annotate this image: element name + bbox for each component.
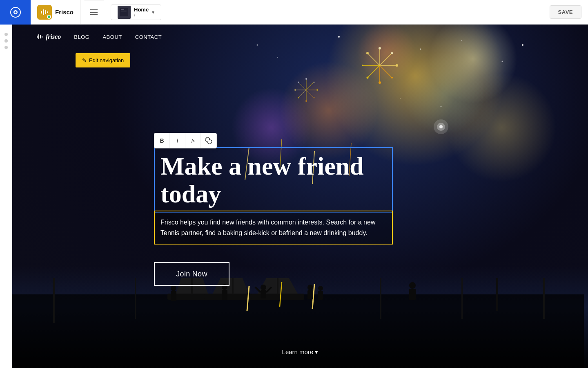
topbar: Frisco Home / ▾ SAVE xyxy=(0,0,588,25)
svg-point-44 xyxy=(294,89,296,91)
main-content: frisco BLOG ABOUT CONTACT ✎ Edit navigat… xyxy=(12,25,588,368)
join-now-button[interactable]: Join Now xyxy=(154,262,229,286)
menu-button[interactable] xyxy=(84,0,104,25)
svg-rect-8 xyxy=(90,12,98,13)
svg-point-28 xyxy=(362,65,363,66)
sidebar-indicator xyxy=(4,39,8,43)
svg-rect-7 xyxy=(90,9,98,10)
link-icon xyxy=(205,137,212,144)
svg-point-29 xyxy=(366,52,369,54)
svg-rect-99 xyxy=(38,34,39,39)
italic-clear-button[interactable]: Ix xyxy=(185,133,201,148)
page-info: Home / xyxy=(134,7,149,18)
logo-waveform-icon xyxy=(37,34,43,40)
brand-name: Frisco xyxy=(55,9,74,16)
svg-point-53 xyxy=(400,98,401,99)
italic-button[interactable]: I xyxy=(170,133,185,148)
page-selector[interactable]: Home / ▾ xyxy=(111,4,161,20)
link-button[interactable] xyxy=(201,133,216,148)
topbar-right: SAVE xyxy=(550,5,588,19)
text-formatting-toolbar: B I Ix xyxy=(154,133,217,148)
svg-point-54 xyxy=(441,106,442,107)
svg-point-57 xyxy=(439,125,443,128)
svg-point-55 xyxy=(434,119,448,134)
edit-icon: ✎ xyxy=(82,57,87,63)
svg-line-15 xyxy=(380,54,391,65)
svg-rect-6 xyxy=(47,11,48,13)
svg-point-42 xyxy=(305,100,307,102)
svg-rect-11 xyxy=(121,9,124,10)
svg-rect-5 xyxy=(45,10,46,14)
svg-line-35 xyxy=(299,90,306,97)
svg-point-39 xyxy=(314,82,315,83)
svg-point-26 xyxy=(379,81,381,84)
svg-rect-13 xyxy=(121,11,127,12)
svg-point-25 xyxy=(391,77,393,79)
svg-point-2 xyxy=(14,11,16,13)
left-sidebar xyxy=(0,25,12,368)
page-slash: / xyxy=(134,13,149,18)
bold-button[interactable]: B xyxy=(154,133,170,148)
svg-rect-100 xyxy=(40,35,41,38)
svg-line-37 xyxy=(299,83,306,90)
svg-rect-3 xyxy=(41,11,42,13)
svg-rect-4 xyxy=(43,9,44,15)
hero-description: Frisco helps you find new friends with c… xyxy=(160,217,386,238)
svg-point-23 xyxy=(391,52,393,54)
svg-rect-12 xyxy=(121,11,127,11)
site-logo: frisco xyxy=(37,33,61,40)
hero-heading-block[interactable]: Make a new friend today xyxy=(154,147,393,213)
page-thumbnail xyxy=(118,6,131,19)
site-logo-text: frisco xyxy=(46,33,61,40)
page-title: Home xyxy=(134,7,149,13)
save-button[interactable]: SAVE xyxy=(550,5,581,19)
svg-point-43 xyxy=(298,97,299,99)
svg-point-24 xyxy=(396,64,398,67)
nav-about[interactable]: ABOUT xyxy=(102,34,122,40)
sidebar-indicator xyxy=(4,46,8,49)
svg-point-27 xyxy=(367,77,369,79)
learn-more-text: Learn more ▾ xyxy=(282,348,318,356)
eye-icon xyxy=(10,7,21,18)
svg-rect-101 xyxy=(42,36,42,38)
svg-point-45 xyxy=(298,82,299,83)
svg-point-41 xyxy=(314,97,315,99)
svg-line-17 xyxy=(380,65,391,77)
hamburger-icon xyxy=(90,9,98,15)
brand-icon xyxy=(37,5,52,20)
svg-point-51 xyxy=(502,61,503,62)
learn-more[interactable]: Learn more ▾ xyxy=(282,348,318,356)
nav-blog[interactable]: BLOG xyxy=(74,34,89,40)
brand-area: Frisco xyxy=(31,0,80,24)
hero-heading: Make a new friend today xyxy=(160,152,386,208)
svg-point-56 xyxy=(437,123,445,131)
page-preview-icon xyxy=(120,8,128,16)
site-nav: frisco BLOG ABOUT CONTACT xyxy=(12,25,588,49)
svg-point-38 xyxy=(305,78,307,80)
topbar-logo-area xyxy=(0,0,31,25)
svg-point-47 xyxy=(277,57,278,58)
svg-point-40 xyxy=(316,89,318,91)
chevron-down-icon: ▾ xyxy=(152,9,154,15)
edit-nav-label: Edit navigation xyxy=(89,57,124,63)
svg-line-33 xyxy=(306,90,314,97)
hero-description-block[interactable]: Frisco helps you find new friends with c… xyxy=(154,211,393,245)
edit-navigation-button[interactable]: ✎ Edit navigation xyxy=(76,53,130,67)
nav-contact[interactable]: CONTACT xyxy=(135,34,162,40)
svg-rect-98 xyxy=(37,36,38,38)
svg-line-21 xyxy=(368,54,380,65)
sidebar-indicator xyxy=(4,33,8,36)
svg-line-31 xyxy=(306,83,314,90)
svg-rect-9 xyxy=(90,14,98,15)
svg-line-19 xyxy=(368,65,380,77)
